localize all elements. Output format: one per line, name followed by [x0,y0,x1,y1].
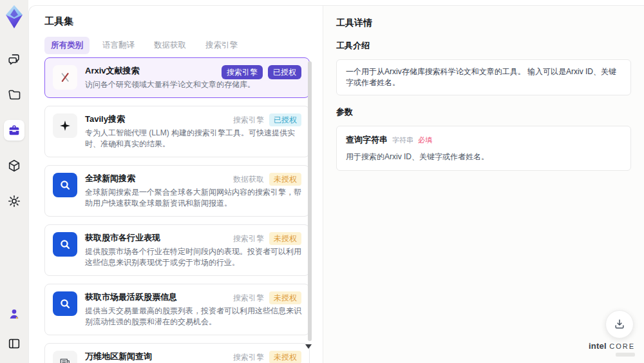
arxiv-icon [53,65,77,90]
category-tabs: 所有类别 语言翻译 数据获取 搜索引擎 [44,37,244,54]
category-tag: 搜索引擎 [233,294,264,302]
params-heading: 参数 [336,106,631,118]
category-tag: 数据获取 [233,175,264,183]
settings-gear-icon[interactable] [4,191,24,211]
category-badge: 搜索引擎 [222,65,263,79]
auth-badge: 未授权 [269,173,301,186]
icon-rail [0,0,28,363]
user-avatar-icon[interactable] [4,304,24,324]
tool-card-sector-performance[interactable]: 获取股市各行业表现 提供股票市场各个行业在特定时间段内的表现。投资者可以利用这些… [44,224,310,276]
auth-badge: 已授权 [269,113,301,126]
tool-desc: 全球新闻搜索是一个聚合全球各大新闻网站内容的搜索引擎，帮助用户快速获取全球最新资… [85,187,301,209]
collapse-panel-icon[interactable] [4,333,24,354]
tool-desc: 专为人工智能代理 (LLM) 构建的搜索引擎工具。可快速提供实时、准确和真实的结… [85,128,301,150]
category-tag: 搜索引擎 [233,353,264,361]
intro-text: 一个用于从Arxiv存储库搜索科学论文和文章的工具。 输入可以是Arxiv ID… [336,59,631,95]
tool-card-tavily[interactable]: Tavily搜索 专为人工智能代理 (LLM) 构建的搜索引擎工具。可快速提供实… [44,106,310,157]
intel-wordmark: intel [589,341,607,351]
auth-badge: 已授权 [268,65,301,79]
tool-card-most-active-stocks[interactable]: 获取市场最活跃股票信息 提供当天交易量最高的股票列表，投资者可以利用这些信息来识… [44,284,310,335]
tab-data-fetch[interactable]: 数据获取 [147,37,193,54]
chat-icon[interactable] [4,49,24,70]
rail-bottom [4,304,24,354]
scroll-down-icon[interactable] [305,344,312,349]
details-title: 工具详情 [336,17,631,29]
tool-desc: 提供股票市场各个行业在特定时间段内的表现。投资者可以利用这些信息来识别表现优于或… [85,246,301,268]
auth-badge: 未授权 [269,232,301,245]
tool-desc: 提供当天交易量最高的股票列表，投资者可以利用这些信息来识别流动性强的股票和潜在的… [85,306,301,328]
download-button[interactable] [605,310,634,338]
tool-card-arxiv[interactable]: Arxiv文献搜索 访问各个研究领域大量科学论文和文章的存储库。 搜索引擎 已授… [44,57,310,98]
tab-search-engine[interactable]: 搜索引擎 [199,37,244,54]
folder-icon[interactable] [4,84,24,105]
search-blue-icon [53,173,77,197]
cube-icon[interactable] [4,155,24,176]
param-type: 字符串 [392,135,413,145]
core-wordmark: core [609,342,635,350]
param-desc: 用于搜索的Arxiv ID、关键字或作者姓名。 [346,152,621,162]
param-name: 查询字符串 [346,134,388,146]
toolbox-icon[interactable] [4,120,24,141]
intel-sub-badge [616,353,635,357]
tool-list: Arxiv文献搜索 访问各个研究领域大量科学论文和文章的存储库。 搜索引擎 已授… [44,57,310,363]
download-icon [613,318,626,331]
param-required-flag: 必填 [418,135,432,145]
auth-badge: 未授权 [269,351,301,363]
main-panel: 工具集 所有类别 语言翻译 数据获取 搜索引擎 Arxiv文献搜索 访问各个研究… [28,5,644,363]
search-blue-icon [53,232,77,257]
page-title: 工具集 [44,15,73,28]
tool-card-global-news[interactable]: 全球新闻搜索 全球新闻搜索是一个聚合全球各大新闻网站内容的搜索引擎，帮助用户快速… [44,165,310,217]
scrollbar-thumb[interactable] [308,61,312,341]
tool-details-panel: 工具详情 工具介绍 一个用于从Arxiv存储库搜索科学论文和文章的工具。 输入可… [323,6,644,363]
tool-card-regional-news[interactable]: 万维地区新闻查询 查询具体行政区划内的新闻，快速了解各地新闻动 搜索引擎 未授权 [44,343,310,363]
newspaper-icon [53,351,77,363]
category-tag: 搜索引擎 [233,235,264,242]
intel-core-logo: intel core [589,340,635,357]
app-window: 工具集 所有类别 语言翻译 数据获取 搜索引擎 Arxiv文献搜索 访问各个研究… [0,0,644,363]
tool-desc: 访问各个研究领域大量科学论文和文章的存储库。 [85,79,301,90]
param-card: 查询字符串 字符串 必填 用于搜索的Arxiv ID、关键字或作者姓名。 [336,126,631,171]
app-logo-icon[interactable] [3,4,26,30]
star-icon [53,113,77,138]
rail-nav [4,49,24,211]
tab-language-translation[interactable]: 语言翻译 [96,37,141,54]
auth-badge: 未授权 [269,291,301,304]
category-tag: 搜索引擎 [233,116,264,124]
search-blue-icon [53,291,77,316]
tab-all-categories[interactable]: 所有类别 [44,37,90,54]
intro-heading: 工具介绍 [336,40,631,52]
